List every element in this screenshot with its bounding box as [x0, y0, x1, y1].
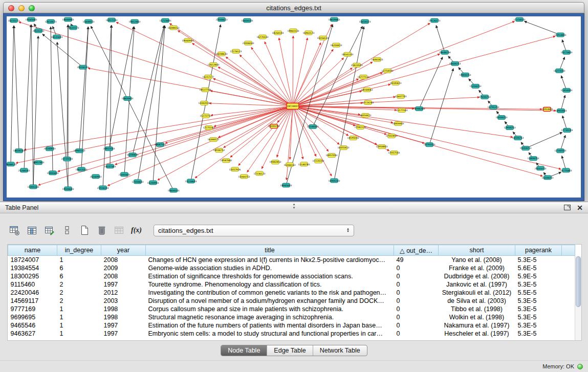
graph-node[interactable]: 19587682: [221, 159, 232, 163]
table-cell[interactable]: 2: [57, 297, 101, 305]
graph-node[interactable]: 19604103: [168, 188, 180, 192]
graph-node[interactable]: 18957093: [326, 154, 338, 158]
table-cell[interactable]: 2: [57, 280, 101, 289]
table-row[interactable]: 1830029562008Estimation of significance …: [8, 272, 575, 280]
graph-node[interactable]: 11154543: [514, 17, 526, 21]
table-cell[interactable]: 0: [394, 313, 439, 321]
graph-node[interactable]: 12754503: [382, 69, 394, 73]
graph-node[interactable]: 15144303: [307, 125, 319, 129]
graph-node[interactable]: 19204253: [520, 146, 532, 150]
graph-node[interactable]: 17236123: [254, 171, 266, 176]
graph-node[interactable]: 15954803: [376, 145, 388, 149]
graph-edge[interactable]: [213, 79, 293, 106]
graph-edge[interactable]: [169, 24, 293, 106]
graph-edge[interactable]: [91, 26, 174, 190]
table-cell[interactable]: de Silva et al. (2003): [439, 297, 515, 305]
graph-edge[interactable]: [42, 34, 83, 67]
table-cell[interactable]: Structural magnetic resonance image aver…: [146, 313, 394, 321]
graph-node[interactable]: 12116263: [362, 100, 374, 104]
graph-node[interactable]: 16531603: [51, 35, 63, 39]
graph-node[interactable]: 12612843: [208, 62, 220, 67]
graph-edge[interactable]: [334, 27, 364, 181]
graph-edge[interactable]: [57, 42, 68, 189]
table-cell[interactable]: 5.3E-5: [515, 313, 562, 321]
graph-node[interactable]: 12610073: [45, 19, 57, 24]
graph-node[interactable]: 15064753: [238, 174, 250, 179]
graph-node[interactable]: 18793103: [424, 143, 435, 147]
table-cell[interactable]: 9465546: [8, 321, 57, 330]
table-cell[interactable]: 22420046: [8, 289, 57, 297]
table-cell[interactable]: 0: [394, 280, 439, 289]
graph-node[interactable]: 15723693: [160, 18, 171, 23]
graph-node[interactable]: 19965103: [74, 149, 85, 153]
graph-node[interactable]: 16775403: [560, 168, 572, 172]
table-cell[interactable]: 0: [394, 289, 439, 297]
table-cell[interactable]: 1997: [101, 280, 146, 289]
graph-node[interactable]: 15177343: [396, 108, 408, 113]
table-cell[interactable]: 2009: [101, 264, 146, 272]
column-chooser-icon[interactable]: [26, 224, 38, 237]
graph-edge[interactable]: [239, 55, 293, 106]
table-cell[interactable]: 0: [394, 272, 439, 280]
tab-edge-table[interactable]: Edge Table: [267, 345, 313, 356]
table-cell[interactable]: 0: [394, 305, 439, 313]
graph-node[interactable]: 17730103: [561, 128, 573, 133]
graph-node[interactable]: 18304253: [496, 116, 508, 120]
graph-edge[interactable]: [11, 26, 14, 164]
graph-node[interactable]: 16770333: [257, 35, 269, 39]
table-cell[interactable]: 9699695: [8, 313, 57, 321]
graph-node[interactable]: 15272753: [200, 114, 212, 118]
tab-network-table[interactable]: Network Table: [313, 345, 367, 356]
network-table-select[interactable]: citations_edges.txt ▲▼: [154, 225, 354, 236]
graph-node[interactable]: 16366163: [284, 163, 296, 167]
table-cell[interactable]: 1: [57, 321, 101, 330]
table-cell[interactable]: 18300295: [8, 272, 57, 280]
table-cell[interactable]: 0: [394, 297, 439, 305]
table-cell[interactable]: Wolkin et al. (1998): [439, 313, 515, 321]
citation-network-graph[interactable]: 18724007 18208633 12612843 16157277 1452…: [7, 16, 581, 198]
graph-node[interactable]: 17057503: [388, 151, 400, 155]
graph-node[interactable]: 26160903: [90, 174, 102, 179]
graph-edge[interactable]: [230, 106, 293, 157]
graph-edge[interactable]: [560, 135, 565, 151]
table-cell[interactable]: Corpus callosum shape and size in male p…: [146, 305, 394, 313]
table-row[interactable]: 977716911998Corpus callosum shape and si…: [8, 305, 575, 313]
float-panel-icon[interactable]: [564, 205, 571, 210]
table-cell[interactable]: 5.3E-5: [515, 321, 562, 330]
table-cell[interactable]: 2008: [101, 256, 146, 264]
table-cell[interactable]: 1998: [101, 313, 146, 321]
graph-node[interactable]: 22155503: [61, 157, 73, 161]
graph-edge[interactable]: [526, 133, 562, 148]
table-cell[interactable]: 5.9E-5: [515, 272, 562, 280]
table-row[interactable]: 1938455462009Genome-wide association stu…: [8, 264, 575, 272]
edit-table-icon[interactable]: [43, 224, 56, 237]
graph-node[interactable]: 16804403: [393, 122, 404, 126]
graph-node[interactable]: 24503253: [535, 166, 547, 170]
graph-node[interactable]: 16155273: [8, 18, 20, 23]
graph-edge[interactable]: [429, 69, 453, 145]
table-cell[interactable]: Yano et al. (2008): [439, 256, 515, 264]
table-cell[interactable]: 9463627: [8, 330, 57, 338]
table-cell[interactable]: 0: [394, 264, 439, 272]
column-header-title[interactable]: title: [146, 245, 394, 256]
graph-edge[interactable]: [293, 36, 555, 106]
graph-node[interactable]: 16461823: [372, 57, 383, 61]
graph-node[interactable]: 16905103: [329, 179, 340, 183]
graph-edge[interactable]: [313, 26, 363, 127]
column-header-short[interactable]: short: [439, 245, 515, 256]
graph-node[interactable]: 16604103: [242, 18, 253, 23]
graph-node[interactable]: 16273103: [554, 69, 565, 73]
table-scrollbar-thumb[interactable]: [576, 256, 581, 307]
graph-edge[interactable]: [19, 22, 293, 106]
graph-edge[interactable]: [279, 38, 293, 106]
minimize-button[interactable]: [18, 5, 25, 11]
close-panel-icon[interactable]: ✕: [577, 204, 583, 211]
table-cell[interactable]: 1: [57, 256, 101, 264]
graph-node[interactable]: 16204413: [331, 43, 342, 47]
graph-node[interactable]: 22006043: [243, 41, 254, 45]
table-cell[interactable]: 1997: [101, 330, 146, 338]
graph-node[interactable]: 18648254: [439, 50, 451, 54]
table-cell[interactable]: Disruption of a novel member of a sodium…: [146, 297, 394, 305]
graph-node[interactable]: 16055413: [338, 146, 350, 150]
graph-node[interactable]: 18957403: [33, 161, 45, 165]
